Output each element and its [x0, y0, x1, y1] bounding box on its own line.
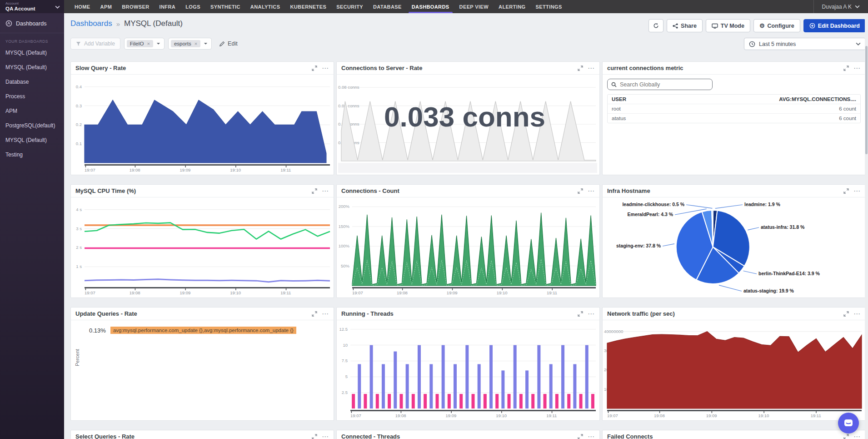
panel-menu-icon[interactable]: ⋯: [588, 434, 595, 439]
expand-icon[interactable]: [843, 66, 849, 71]
panel-menu-icon[interactable]: ⋯: [588, 66, 595, 71]
global-search-box[interactable]: [607, 79, 713, 90]
expand-icon[interactable]: [843, 311, 849, 317]
sidebar-dashboards-label: Dashboards: [16, 20, 46, 27]
svg-text:19:07: 19:07: [352, 290, 363, 295]
panel-menu-icon[interactable]: ⋯: [588, 189, 595, 193]
sidebar-item-testing[interactable]: Testing: [0, 147, 64, 162]
sidebar-item-process[interactable]: Process: [0, 89, 64, 104]
add-variable-button[interactable]: Add Variable: [70, 38, 120, 50]
panel-network-traffic: Network traffic (per sec) ⋯ 100000002000…: [602, 307, 866, 421]
expand-icon[interactable]: [843, 188, 849, 194]
chevron-down-icon[interactable]: [156, 42, 160, 45]
expand-icon[interactable]: [843, 434, 849, 439]
svg-text:atatus-infra: 31.8 %: atatus-infra: 31.8 %: [761, 224, 805, 230]
nav-item-logs[interactable]: LOGS: [180, 0, 205, 13]
configure-button[interactable]: ⚙ Configure: [753, 19, 800, 32]
sidebar-item-postgresql[interactable]: PostgreSQL(default): [0, 118, 64, 133]
edit-dashboard-button[interactable]: Edit Dashboard: [803, 19, 866, 32]
panel-connections-count: Connections - Count ⋯ 50%100%150%200%19:…: [336, 184, 600, 298]
cpu-time-chart[interactable]: 1 s2 s3 s4 s19:0719:0819:0919:1019:11: [71, 197, 334, 298]
nav-item-deep-view[interactable]: DEEP VIEW: [454, 0, 494, 13]
sidebar-item-mysql-default-3[interactable]: MYSQL (Default): [0, 133, 64, 147]
nav-item-home[interactable]: HOME: [70, 0, 95, 13]
account-switcher[interactable]: Account QA Account: [0, 0, 64, 13]
account-label: Account: [5, 1, 60, 5]
nav-item-browser[interactable]: BROWSER: [117, 0, 154, 13]
expand-icon[interactable]: [578, 434, 583, 439]
nav-item-security[interactable]: SECURITY: [331, 0, 368, 13]
expand-icon[interactable]: [312, 188, 317, 194]
sidebar-section-label: YOUR DASHBOARDS: [0, 33, 64, 45]
nav-item-apm[interactable]: APM: [95, 0, 117, 13]
svg-text:atatus-staging: 19.9 %: atatus-staging: 19.9 %: [743, 288, 794, 293]
expand-icon[interactable]: [312, 434, 317, 439]
panel-title: Connected - Threads: [341, 433, 400, 439]
sidebar-item-mysql-default-1[interactable]: MYSQL (Default): [0, 45, 64, 60]
scrollbar-thumb[interactable]: [865, 46, 868, 154]
column-avg-connections[interactable]: AVG:MYSQL.CONNECTIONS....: [779, 96, 856, 102]
nav-item-settings[interactable]: SETTINGS: [531, 0, 567, 13]
panel-menu-icon[interactable]: ⋯: [322, 189, 329, 193]
infra-hostname-pie-chart[interactable]: leadmine: 1.9 %atatus-infra: 31.8 %berli…: [603, 197, 865, 298]
user-cell: atatus: [612, 116, 626, 121]
nav-item-infra[interactable]: INFRA: [155, 0, 181, 13]
time-range-selector[interactable]: Last 5 minutes: [744, 38, 866, 50]
sidebar-item-dashboards[interactable]: Dashboards: [0, 13, 64, 33]
panel-menu-icon[interactable]: ⋯: [853, 434, 861, 439]
sidebar-item-mysql-default-2[interactable]: MYSQL (Default): [0, 60, 64, 75]
connections-rate-chart[interactable]: 0.02 conns0.04 conns0.06 conns0.08 conns…: [337, 75, 599, 175]
panel-menu-icon[interactable]: ⋯: [853, 312, 861, 316]
variable-chip-esports[interactable]: esports×: [168, 38, 212, 50]
network-traffic-chart[interactable]: 1000000020000000300000004000000019:0719:…: [603, 320, 865, 420]
edit-variables-button[interactable]: Edit: [219, 40, 238, 47]
search-input[interactable]: [620, 81, 708, 88]
share-button[interactable]: Share: [667, 19, 703, 32]
sidebar-item-database[interactable]: Database: [0, 75, 64, 89]
nav-item-database[interactable]: DATABASE: [368, 0, 407, 13]
chip-label: FileIO: [130, 41, 144, 46]
variable-chip-fileio[interactable]: FileIO×: [124, 38, 165, 50]
connections-count-chart[interactable]: 50%100%150%200%19:0719:0819:0919:1019:11: [337, 197, 599, 298]
chat-widget-button[interactable]: [838, 413, 859, 434]
svg-text:5: 5: [345, 374, 348, 379]
remove-icon[interactable]: ×: [147, 41, 150, 46]
expand-icon[interactable]: [312, 311, 317, 317]
nav-item-dashboards[interactable]: DASHBOARDS: [407, 0, 454, 13]
running-threads-chart[interactable]: 2.557.51012.519:0719:0819:0919:1019:11: [337, 320, 599, 420]
expand-icon[interactable]: [312, 66, 317, 71]
sidebar-item-apm[interactable]: APM: [0, 104, 64, 118]
refresh-button[interactable]: [649, 19, 663, 32]
svg-text:19:11: 19:11: [280, 167, 291, 172]
expand-icon[interactable]: [578, 66, 583, 71]
y-axis-label: Percent: [75, 349, 80, 366]
column-user[interactable]: USER: [612, 96, 626, 102]
page-scrollbar[interactable]: [865, 13, 868, 439]
expand-icon[interactable]: [578, 188, 583, 194]
panel-menu-icon[interactable]: ⋯: [853, 66, 861, 71]
slow-query-chart[interactable]: 0.10.20.30.419:0719:0819:0919:1019:11: [71, 75, 334, 175]
nav-item-analytics[interactable]: ANALYTICS: [245, 0, 285, 13]
panel-menu-icon[interactable]: ⋯: [322, 434, 329, 439]
remove-icon[interactable]: ×: [195, 41, 197, 46]
svg-text:0.4: 0.4: [76, 84, 82, 89]
chevron-down-icon[interactable]: [204, 42, 208, 45]
configure-label: Configure: [768, 23, 794, 29]
svg-text:2.5: 2.5: [342, 390, 348, 395]
main-content: Dashboards » MYSQL (Default) Share TV Mo: [64, 13, 868, 439]
breadcrumb-dashboards-link[interactable]: Dashboards: [70, 19, 112, 28]
legend-series-label[interactable]: avg:mysql.performance.com_update {},avg:…: [110, 327, 296, 334]
expand-icon[interactable]: [578, 311, 583, 317]
panel-update-queries-rate: Update Queries - Rate ⋯ 0.13% avg:mysql.…: [70, 307, 334, 421]
panel-menu-icon[interactable]: ⋯: [853, 189, 861, 193]
user-menu[interactable]: Duvajaa A K: [813, 0, 868, 13]
panel-menu-icon[interactable]: ⋯: [322, 66, 329, 71]
tv-mode-button[interactable]: TV Mode: [706, 19, 750, 32]
nav-item-synthetic[interactable]: SYNTHETIC: [205, 0, 245, 13]
panel-select-queries-rate: Select Queries - Rate ⋯: [70, 430, 334, 439]
nav-item-kubernetes[interactable]: KUBERNETES: [285, 0, 331, 13]
panel-menu-icon[interactable]: ⋯: [322, 312, 329, 316]
svg-text:2 s: 2 s: [76, 245, 82, 250]
nav-item-alerting[interactable]: ALERTING: [494, 0, 530, 13]
panel-menu-icon[interactable]: ⋯: [588, 312, 595, 316]
